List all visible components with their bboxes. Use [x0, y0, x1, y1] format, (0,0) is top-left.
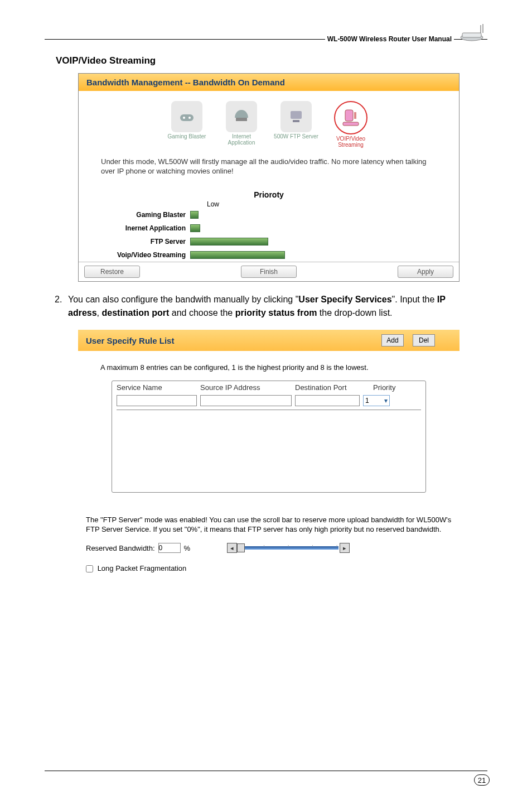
- router-icon: [460, 23, 487, 42]
- rule-input-row: 1▾: [112, 394, 425, 410]
- mode-gaming[interactable]: Gaming Blaster: [165, 101, 209, 148]
- svg-point-5: [183, 117, 185, 119]
- header-rule: WL-500W Wireless Router User Manual: [45, 39, 487, 40]
- panel-button-row: Restore Finish Apply: [79, 262, 459, 281]
- svg-rect-4: [180, 114, 194, 121]
- priority-row-voip: Voip/Video Streaming: [79, 248, 459, 262]
- rule-list-header: User Specify Rule List Add Del: [78, 330, 460, 351]
- t7: and choose the: [169, 308, 235, 317]
- col-service-name: Service Name: [117, 383, 200, 392]
- priority-select[interactable]: 1▾: [363, 395, 390, 406]
- row-ftp-bar[interactable]: [190, 238, 268, 246]
- rule-table: Service Name Source IP Address Destinati…: [112, 381, 426, 493]
- priority-row-ftp: FTP Server: [79, 235, 459, 248]
- apply-button[interactable]: Apply: [398, 266, 453, 278]
- add-button[interactable]: Add: [381, 334, 404, 346]
- t1: You can also configure the bandwith manu…: [68, 295, 298, 304]
- lpf-label: Long Packet Fragmentation: [98, 564, 187, 572]
- row-ftp-label: FTP Server: [101, 238, 190, 246]
- svg-rect-12: [354, 112, 356, 119]
- row-gaming-label: Gaming Blaster: [101, 211, 190, 219]
- t3: ". Input the: [392, 295, 437, 304]
- mode-description: Under this mode, WL500W will firstly man…: [79, 153, 459, 187]
- svg-rect-9: [293, 120, 299, 122]
- svg-rect-8: [291, 111, 302, 119]
- t9: the drop-down list.: [317, 308, 392, 317]
- instruction-step-2: 2. You can also configure the bandwith m…: [68, 293, 476, 320]
- svg-rect-11: [343, 122, 359, 126]
- panel-header: Bandwidth Management -- Bandwidth On Dem…: [79, 74, 459, 91]
- footer-rule: 21: [45, 771, 487, 771]
- reserved-input[interactable]: [158, 543, 181, 553]
- priority-row-gaming: Gaming Blaster: [79, 208, 459, 222]
- source-ip-input[interactable]: [200, 395, 292, 406]
- row-internet-label: Inernet Application: [101, 224, 190, 232]
- destination-port-input[interactable]: [295, 395, 360, 406]
- mode-voip[interactable]: VOIP/Video Streaming: [328, 101, 373, 148]
- section-title: VOIP/Video Streaming: [56, 55, 487, 66]
- svg-rect-7: [236, 118, 247, 121]
- mode-ftp[interactable]: 500W FTP Server: [274, 101, 318, 148]
- slider-track[interactable]: ·····: [238, 546, 338, 550]
- priority-low-label: Low: [207, 200, 459, 208]
- col-dest-port: Destination Port: [295, 383, 373, 392]
- reserved-label: Reserved Bandwidth:: [86, 544, 155, 552]
- row-voip-label: Voip/Video Streaming: [101, 251, 190, 259]
- mode-strip: Gaming Blaster Internet Application 500W…: [79, 91, 459, 153]
- chevron-down-icon: ▾: [384, 397, 388, 405]
- step-number: 2.: [55, 293, 62, 306]
- lpf-checkbox[interactable]: [86, 565, 93, 572]
- mode-voip-label: VOIP/Video Streaming: [328, 136, 373, 148]
- row-internet-bar[interactable]: [190, 224, 200, 232]
- priority-row-internet: Inernet Application: [79, 222, 459, 235]
- col-priority: Priority: [373, 383, 407, 392]
- service-name-input[interactable]: [117, 395, 197, 406]
- bandwidth-panel: Bandwidth Management -- Bandwidth On Dem…: [78, 73, 460, 282]
- mode-internet[interactable]: Internet Application: [219, 101, 264, 148]
- percent-label: %: [184, 544, 191, 552]
- col-source-ip: Source IP Address: [200, 383, 295, 392]
- rule-table-header: Service Name Source IP Address Destinati…: [112, 381, 425, 394]
- priority-title: Prioroty: [79, 187, 459, 200]
- slider-right-icon[interactable]: ▸: [340, 543, 350, 553]
- row-voip-bar[interactable]: [190, 251, 285, 259]
- mode-gaming-label: Gaming Blaster: [165, 133, 209, 139]
- rule-list-note: A maximum 8 entries can be configured, 1…: [78, 351, 460, 378]
- bandwidth-slider[interactable]: ◂ ····· ▸: [227, 543, 350, 553]
- finish-button[interactable]: Finish: [241, 266, 297, 278]
- rule-list-title: User Specify Rule List: [86, 336, 373, 345]
- reserved-bandwidth-row: Reserved Bandwidth: % ◂ ····· ▸: [78, 540, 460, 556]
- priority-value: 1: [365, 397, 369, 405]
- rule-list-panel: User Specify Rule List Add Del A maximum…: [78, 330, 460, 493]
- slider-left-icon[interactable]: ◂: [227, 543, 237, 553]
- mode-internet-label: Internet Application: [219, 133, 264, 146]
- mode-ftp-label: 500W FTP Server: [274, 133, 318, 139]
- row-gaming-bar[interactable]: [190, 211, 199, 219]
- page-number: 21: [474, 774, 490, 786]
- slider-thumb[interactable]: [237, 543, 245, 552]
- t2: User Specify Services: [298, 295, 391, 304]
- t6: destination port: [101, 308, 169, 317]
- svg-rect-1: [462, 33, 481, 37]
- svg-point-6: [188, 117, 191, 119]
- rule-table-body[interactable]: [117, 410, 421, 488]
- lpf-row: Long Packet Fragmentation: [78, 556, 460, 580]
- ftp-note: The "FTP Server" mode was enabled! You c…: [78, 493, 460, 540]
- header-title: WL-500W Wireless Router User Manual: [325, 35, 454, 43]
- restore-button[interactable]: Restore: [84, 266, 140, 278]
- t8: priority status from: [235, 308, 317, 317]
- del-button[interactable]: Del: [413, 334, 435, 346]
- svg-rect-10: [345, 110, 353, 121]
